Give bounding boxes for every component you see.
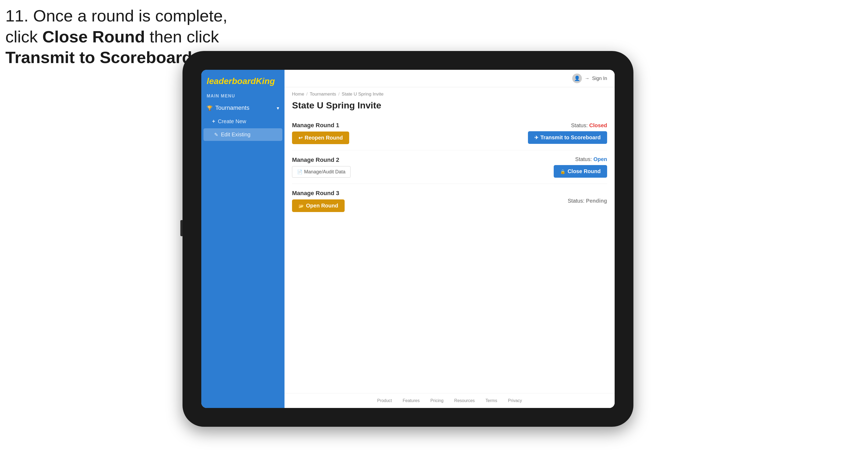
transmit-to-scoreboard-button[interactable]: Transmit to Scoreboard — [528, 131, 608, 144]
breadcrumb-tournaments[interactable]: Tournaments — [310, 92, 336, 97]
round-1-row: Manage Round 1 Reopen Round Status: Clos… — [292, 116, 607, 150]
transmit-icon — [534, 134, 538, 141]
close-round-button[interactable]: Close Round — [554, 165, 607, 178]
manage-audit-button[interactable]: Manage/Audit Data — [292, 166, 350, 178]
instruction-line1: 11. Once a round is complete, — [5, 6, 227, 25]
breadcrumb-home[interactable]: Home — [292, 92, 304, 97]
logo: leaderboardKing — [207, 76, 279, 86]
logo-suffix: King — [256, 76, 275, 86]
round-1-title: Manage Round 1 — [292, 122, 349, 129]
close-round-label: Close Round — [568, 168, 601, 175]
transmit-label: Transmit to Scoreboard — [540, 134, 601, 141]
footer-terms[interactable]: Terms — [486, 398, 497, 403]
sidebar-create-label: Create New — [218, 118, 246, 125]
signin-arrow-icon — [585, 76, 589, 81]
instruction-bold2: Transmit to Scoreboard. — [5, 48, 197, 67]
instruction-line2: click Close Round then click — [5, 27, 219, 46]
round-2-left: Manage Round 2 Manage/Audit Data — [292, 156, 350, 178]
footer-privacy[interactable]: Privacy — [508, 398, 522, 403]
app-body: leaderboardKing MAIN MENU Tournaments — [201, 70, 615, 408]
tablet-frame: leaderboardKing MAIN MENU Tournaments — [183, 51, 633, 427]
main-content: Sign In Home / Tournaments / State U Spr… — [284, 70, 615, 408]
user-avatar — [572, 73, 582, 83]
round-3-status-label: Status: — [568, 198, 584, 204]
page-title: State U Spring Invite — [284, 99, 615, 116]
round-3-status-value: Pending — [586, 198, 607, 204]
manage-audit-label: Manage/Audit Data — [304, 169, 345, 175]
user-icon — [574, 75, 580, 81]
footer-product[interactable]: Product — [377, 398, 392, 403]
breadcrumb-current: State U Spring Invite — [342, 92, 383, 97]
round-2-right: Status: Open Close Round — [554, 156, 607, 178]
round-1-right: Status: Closed Transmit to Scoreboard — [528, 122, 608, 144]
doc-icon — [297, 169, 303, 175]
round-3-row: Manage Round 3 Open Round Status: Pendin… — [292, 184, 607, 218]
tablet-side-button — [180, 220, 183, 236]
sidebar-tournaments-label: Tournaments — [215, 104, 249, 112]
sidebar-sub-item-create[interactable]: Create New — [201, 115, 284, 128]
round-2-status-label: Status: — [575, 156, 592, 162]
footer-pricing[interactable]: Pricing — [430, 398, 443, 403]
reopen-round-button[interactable]: Reopen Round — [292, 131, 349, 144]
edit-icon — [214, 131, 218, 138]
chevron-down-icon — [277, 104, 279, 112]
sidebar-item-tournaments[interactable]: Tournaments — [201, 101, 284, 115]
open-round-label: Open Round — [306, 203, 338, 209]
main-menu-label: MAIN MENU — [201, 90, 284, 101]
reopen-icon — [299, 135, 303, 141]
reopen-label: Reopen Round — [305, 135, 343, 141]
open-icon — [299, 203, 304, 209]
round-3-title: Manage Round 3 — [292, 190, 345, 197]
round-1-left: Manage Round 1 Reopen Round — [292, 122, 349, 144]
round-2-status-value: Open — [593, 156, 607, 162]
sidebar-edit-label: Edit Existing — [221, 131, 250, 138]
round-1-status: Status: Closed — [571, 122, 607, 129]
sidebar: leaderboardKing MAIN MENU Tournaments — [201, 70, 284, 408]
sidebar-logo: leaderboardKing — [201, 70, 284, 90]
round-2-row: Manage Round 2 Manage/Audit Data Status:… — [292, 150, 607, 184]
close-icon — [560, 168, 565, 175]
trophy-icon — [207, 104, 213, 112]
logo-prefix: leaderboard — [207, 76, 256, 86]
breadcrumb-sep2: / — [338, 92, 340, 97]
signin-label: Sign In — [592, 76, 607, 81]
round-3-left: Manage Round 3 Open Round — [292, 190, 345, 212]
round-2-title: Manage Round 2 — [292, 156, 350, 163]
plus-icon — [212, 118, 215, 125]
instruction-bold1: Close Round — [42, 27, 145, 46]
footer-features[interactable]: Features — [403, 398, 420, 403]
tablet-screen: leaderboardKing MAIN MENU Tournaments — [201, 70, 615, 408]
round-3-right: Status: Pending — [568, 198, 607, 204]
app-footer: Product Features Pricing Resources Terms… — [284, 393, 615, 408]
round-3-status: Status: Pending — [568, 198, 607, 204]
app-container: leaderboardKing MAIN MENU Tournaments — [201, 70, 615, 408]
breadcrumb-sep1: / — [306, 92, 308, 97]
breadcrumb: Home / Tournaments / State U Spring Invi… — [284, 87, 615, 99]
sidebar-sub-item-edit[interactable]: Edit Existing — [204, 128, 282, 141]
top-bar: Sign In — [284, 70, 615, 87]
round-1-status-value: Closed — [589, 122, 607, 128]
round-1-status-label: Status: — [571, 122, 588, 128]
open-round-button[interactable]: Open Round — [292, 199, 345, 212]
round-2-status: Status: Open — [575, 156, 607, 162]
footer-resources[interactable]: Resources — [454, 398, 474, 403]
rounds-container: Manage Round 1 Reopen Round Status: Clos… — [284, 116, 615, 393]
sign-in-area[interactable]: Sign In — [572, 73, 607, 83]
